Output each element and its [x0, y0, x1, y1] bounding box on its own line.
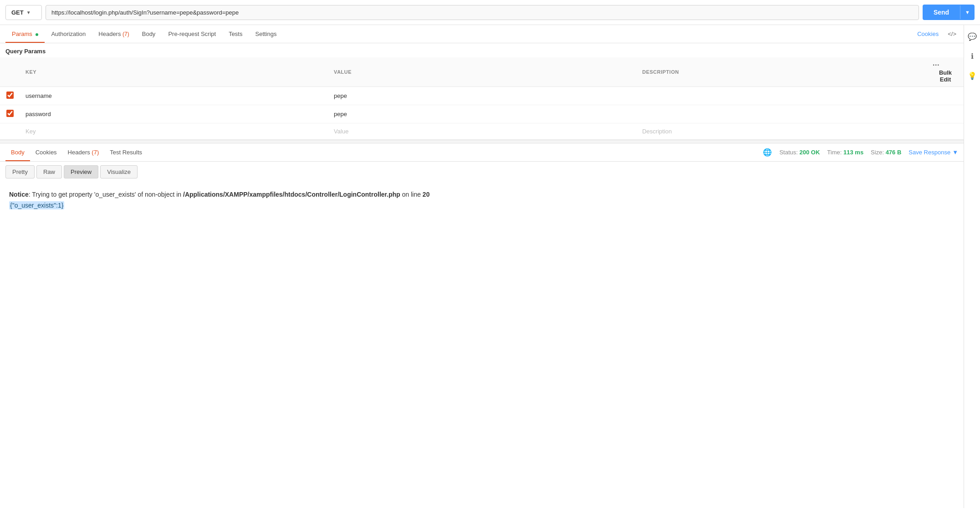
time-value: 113 ms	[843, 149, 863, 156]
table-row: password pepe	[0, 105, 964, 123]
status-value: 200 OK	[800, 149, 820, 156]
resp-tab-test-results[interactable]: Test Results	[104, 143, 148, 161]
chat-icon[interactable]: 💬	[966, 31, 979, 43]
method-label: GET	[11, 9, 24, 16]
resp-tab-test-results-label: Test Results	[110, 149, 142, 156]
section-divider	[0, 140, 964, 143]
tab-authorization[interactable]: Authorization	[45, 25, 92, 43]
method-chevron-icon: ▼	[26, 10, 31, 15]
content-area: Params Authorization Headers (7) Body Pr…	[0, 25, 964, 508]
tab-prerequest[interactable]: Pre-request Script	[162, 25, 222, 43]
tab-headers[interactable]: Headers (7)	[92, 25, 135, 43]
col-header-description: DESCRIPTION	[637, 57, 927, 87]
empty-key-placeholder: Key	[26, 128, 36, 135]
size-meta: Size: 476 B	[871, 149, 901, 156]
resp-tab-body[interactable]: Body	[5, 143, 30, 161]
row2-description[interactable]	[637, 105, 927, 123]
resp-headers-badge: (7)	[92, 149, 99, 156]
tab-params-label: Params	[12, 31, 32, 37]
time-meta: Time: 113 ms	[827, 149, 863, 156]
resp-tab-cookies[interactable]: Cookies	[30, 143, 62, 161]
tab-tests[interactable]: Tests	[222, 25, 249, 43]
empty-value-placeholder: Value	[334, 128, 348, 135]
send-label: Send	[923, 5, 960, 20]
col-header-key: KEY	[20, 57, 328, 87]
col-header-actions: ··· Bulk Edit	[927, 57, 964, 87]
row2-key[interactable]: password	[20, 105, 328, 123]
tab-authorization-label: Authorization	[51, 31, 86, 37]
tab-body[interactable]: Body	[136, 25, 162, 43]
resp-tab-cookies-label: Cookies	[36, 149, 57, 156]
empty-desc-placeholder: Description	[642, 128, 672, 135]
row2-checkbox[interactable]	[6, 110, 14, 117]
row1-description[interactable]	[637, 87, 927, 105]
row1-value[interactable]: pepe	[328, 87, 637, 105]
row1-key[interactable]: username	[20, 87, 328, 105]
response-meta: 🌐 Status: 200 OK Time: 113 ms Size: 476 …	[763, 148, 958, 157]
send-button[interactable]: Send ▼	[923, 5, 975, 20]
send-dropdown-icon[interactable]: ▼	[960, 5, 975, 19]
view-tab-raw[interactable]: Raw	[36, 165, 62, 178]
table-row-empty: Key Value Description	[0, 123, 964, 140]
method-select[interactable]: GET ▼	[5, 5, 42, 20]
main-container: Params Authorization Headers (7) Body Pr…	[0, 25, 980, 508]
view-tab-visualize[interactable]: Visualize	[100, 165, 138, 178]
resp-tab-headers-label: Headers	[68, 149, 92, 156]
notice-line-number: 20	[423, 191, 430, 198]
table-row: username pepe	[0, 87, 964, 105]
row2-value[interactable]: pepe	[328, 105, 637, 123]
status-label: Status: 200 OK	[779, 149, 820, 156]
headers-badge: (7)	[122, 31, 129, 37]
col-header-value: VALUE	[328, 57, 637, 87]
query-params-label: Query Params	[0, 43, 964, 55]
right-sidebar: 💬 ℹ 💡	[964, 25, 980, 508]
save-response-button[interactable]: Save Response ▼	[909, 149, 958, 156]
notice-message: : Trying to get property 'o_user_exists'…	[29, 191, 183, 198]
code-icon[interactable]: </>	[946, 25, 958, 43]
size-value: 476 B	[886, 149, 902, 156]
tab-settings-label: Settings	[255, 31, 276, 37]
response-section: Body Cookies Headers (7) Test Results 🌐 …	[0, 143, 964, 508]
response-tabs-bar: Body Cookies Headers (7) Test Results 🌐 …	[0, 143, 964, 162]
lightbulb-icon[interactable]: 💡	[966, 70, 979, 82]
notice-filepath: /Applications/XAMPP/xamppfiles/htdocs/Co…	[183, 191, 400, 198]
tab-params[interactable]: Params	[5, 25, 45, 43]
tab-tests-label: Tests	[229, 31, 242, 37]
row1-checkbox[interactable]	[6, 92, 14, 99]
view-tabs: Pretty Raw Preview Visualize	[0, 162, 964, 182]
resp-tab-headers[interactable]: Headers (7)	[62, 143, 105, 161]
save-response-chevron-icon: ▼	[952, 149, 958, 156]
request-tabs: Params Authorization Headers (7) Body Pr…	[0, 25, 964, 43]
tab-settings[interactable]: Settings	[249, 25, 283, 43]
more-options-icon[interactable]: ···	[933, 61, 939, 69]
response-body: Notice: Trying to get property 'o_user_e…	[0, 182, 964, 508]
url-bar: GET ▼ Send ▼	[0, 0, 980, 25]
tab-body-label: Body	[142, 31, 156, 37]
notice-line-text: on line	[400, 191, 423, 198]
cookies-link[interactable]: Cookies	[914, 25, 942, 43]
view-tab-pretty[interactable]: Pretty	[5, 165, 35, 178]
tab-prerequest-label: Pre-request Script	[168, 31, 216, 37]
resp-tab-body-label: Body	[11, 149, 25, 156]
url-input[interactable]	[46, 5, 919, 20]
view-tab-preview[interactable]: Preview	[64, 165, 98, 178]
params-dot	[36, 33, 38, 36]
tab-headers-label: Headers	[98, 31, 122, 37]
params-table: KEY VALUE DESCRIPTION ··· Bulk Edit user…	[0, 57, 964, 140]
notice-content: Notice: Trying to get property 'o_user_e…	[9, 189, 954, 211]
bulk-edit-button[interactable]: Bulk Edit	[933, 69, 958, 83]
notice-bold: Notice	[9, 191, 29, 198]
globe-icon: 🌐	[763, 148, 772, 157]
info-icon[interactable]: ℹ	[969, 50, 975, 62]
col-header-check	[0, 57, 20, 87]
json-response: {"o_user_exists":1}	[9, 201, 64, 209]
